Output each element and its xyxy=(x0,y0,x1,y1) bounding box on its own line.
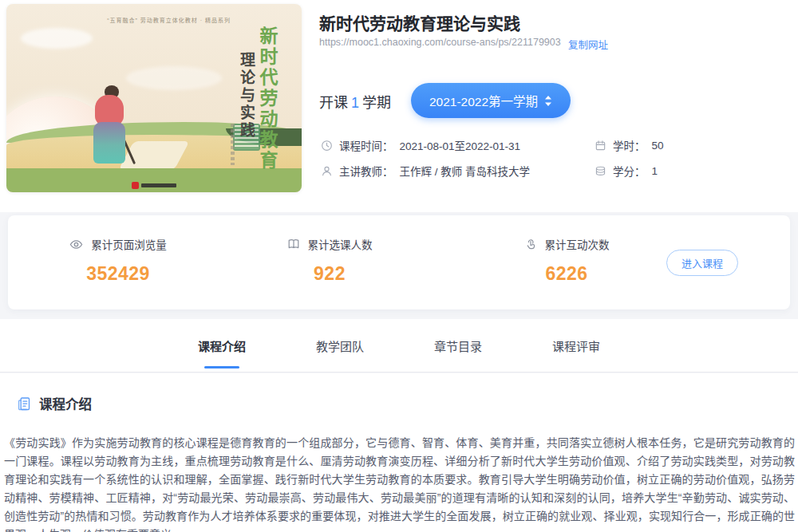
course-time-label: 课程时间： xyxy=(339,137,393,153)
stats-card: 累计页面浏览量 352429 累计选课人数 922 累计互动次数 6226 进入… xyxy=(8,215,790,309)
cover-worker-figure xyxy=(82,85,138,173)
publisher-logo xyxy=(132,182,176,189)
intro-body-text: 《劳动实践》作为实施劳动教育的核心课程是德育教育的一个组成部分，它与德育、智育、… xyxy=(4,434,795,532)
term-count: 1 xyxy=(348,95,362,111)
credits-value: 1 xyxy=(652,165,658,177)
credits-item: 学分： 1 xyxy=(595,163,658,179)
course-page: “五育融合” 劳动教育立体化教材 · 精品系列 新时代劳动教育 理论与实践 新时… xyxy=(0,0,798,532)
teacher-item: 主讲教师： 王作辉 / 教师 青岛科技大学 xyxy=(321,163,530,179)
cover-cloud xyxy=(126,66,222,90)
term-select-dropdown[interactable]: 2021-2022第一学期 xyxy=(411,83,571,118)
cover-cloud xyxy=(21,28,93,49)
stat-enrolled: 累计选课人数 922 xyxy=(270,236,389,285)
stat-page-views-value: 352429 xyxy=(46,263,190,285)
stat-page-views-label: 累计页面浏览量 xyxy=(91,236,167,252)
term-selected-value: 2021-2022第一学期 xyxy=(429,92,538,109)
teacher-value: 王作辉 / 教师 青岛科技大学 xyxy=(400,163,531,179)
calendar-icon xyxy=(595,140,606,152)
user-icon xyxy=(321,165,333,177)
credits-icon xyxy=(595,165,606,177)
course-url: https://mooc1.chaoxing.com/course-ans/ps… xyxy=(319,37,561,48)
class-hours-value: 50 xyxy=(652,140,664,152)
stat-page-views: 累计页面浏览量 352429 xyxy=(46,236,190,285)
page-title: 新时代劳动教育理论与实践 xyxy=(319,10,520,34)
course-intro-section: 课程介绍 《劳动实践》作为实施劳动教育的核心课程是德育教育的一个组成部分，它与德… xyxy=(0,373,798,532)
stat-interactions-value: 6226 xyxy=(507,263,626,285)
course-header-section: “五育融合” 劳动教育立体化教材 · 精品系列 新时代劳动教育 理论与实践 新时… xyxy=(0,0,798,212)
enter-course-button[interactable]: 进入课程 xyxy=(666,250,738,276)
course-url-row: https://mooc1.chaoxing.com/course-ans/ps… xyxy=(319,37,766,48)
teacher-label: 主讲教师： xyxy=(339,163,393,179)
cover-author-text xyxy=(231,124,235,165)
course-tabbar: 课程介绍 教学团队 章节目录 课程评审 xyxy=(0,319,798,372)
credits-label: 学分： xyxy=(613,163,646,179)
sort-arrows-icon xyxy=(544,96,552,106)
cover-title-vertical: 新时代劳动教育 xyxy=(254,26,281,171)
eye-icon xyxy=(69,238,83,251)
stat-interactions-label: 累计互动次数 xyxy=(545,236,610,252)
intro-heading: 课程介绍 xyxy=(39,394,92,413)
term-count-label: 开课1学期 xyxy=(319,91,391,112)
course-time-item: 课程时间： 2021-08-01至2022-01-31 xyxy=(321,137,520,153)
course-cover-image: “五育融合” 劳动教育立体化教材 · 精品系列 新时代劳动教育 理论与实践 xyxy=(6,4,302,192)
course-time-value: 2021-08-01至2022-01-31 xyxy=(400,137,521,153)
tab-course-intro[interactable]: 课程介绍 xyxy=(198,319,246,372)
tab-course-review[interactable]: 课程评审 xyxy=(552,319,600,372)
tab-chapter-catalog[interactable]: 章节目录 xyxy=(434,319,482,372)
cover-subtitle-vertical: 理论与实践 xyxy=(235,52,257,140)
intro-heading-row: 课程介绍 xyxy=(18,394,92,413)
stat-enrolled-label: 累计选课人数 xyxy=(308,236,373,252)
book-icon xyxy=(287,238,300,250)
clock-icon xyxy=(321,140,333,152)
copy-url-link[interactable]: 复制网址 xyxy=(568,37,608,52)
class-hours-label: 学时： xyxy=(613,137,646,153)
class-hours-item: 学时： 50 xyxy=(595,137,664,153)
tab-teaching-team[interactable]: 教学团队 xyxy=(316,319,364,372)
touch-icon xyxy=(524,238,537,250)
stat-enrolled-value: 922 xyxy=(270,263,389,285)
document-icon xyxy=(18,396,32,412)
cover-series-note: “五育融合” 劳动教育立体化教材 · 精品系列 xyxy=(107,16,231,24)
stat-interactions: 累计互动次数 6226 xyxy=(507,236,626,285)
